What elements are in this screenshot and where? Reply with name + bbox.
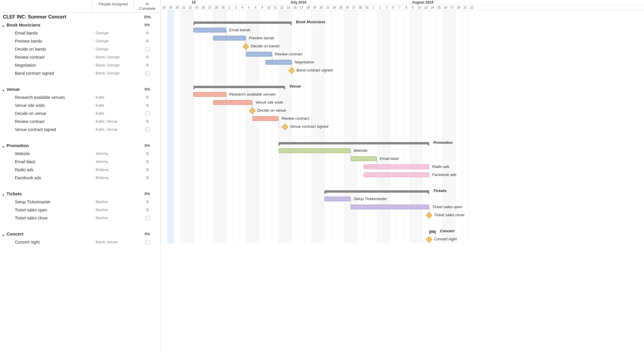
caret-down-icon[interactable]: ▼ xyxy=(2,194,5,196)
summary-bar[interactable] xyxy=(193,21,292,24)
group-name[interactable]: Concert xyxy=(7,231,24,236)
task-bar[interactable] xyxy=(193,28,226,32)
group-row[interactable]: ▼Book Musicians0% xyxy=(0,21,160,29)
people-cell[interactable]: Katie xyxy=(92,103,134,108)
task-row[interactable]: Concert nightBand, Venue xyxy=(0,238,160,246)
task-name[interactable]: Website xyxy=(0,151,92,156)
group-name[interactable]: Book Musicians xyxy=(7,22,40,27)
task-row[interactable]: Email blastJeremy0 xyxy=(0,158,160,166)
group-name[interactable]: Promotion xyxy=(7,143,29,148)
group-name[interactable]: Venue xyxy=(7,87,20,92)
people-cell[interactable]: Band, Venue xyxy=(92,240,134,244)
task-complete[interactable]: 0 xyxy=(134,208,160,212)
task-name[interactable]: Concert night xyxy=(0,240,92,244)
task-name[interactable]: Negotiation xyxy=(0,63,92,68)
task-complete[interactable]: 0 xyxy=(134,200,160,204)
task-row[interactable]: Review contractKatie, Venue0 xyxy=(0,117,160,125)
people-cell[interactable]: George xyxy=(92,39,134,43)
col-header-complete[interactable]: % Complete xyxy=(134,0,160,13)
complete-checkbox[interactable] xyxy=(145,216,150,220)
people-cell[interactable]: Brittany xyxy=(92,175,134,180)
people-cell[interactable]: Martha xyxy=(92,216,134,220)
task-row[interactable]: Setup TicketmasterMartha0 xyxy=(0,198,160,206)
people-cell[interactable]: Katie, Venue xyxy=(92,119,134,124)
task-row[interactable]: Venue site visitsKatie0 xyxy=(0,101,160,109)
task-row[interactable]: Decide on venueKatie xyxy=(0,109,160,117)
task-name[interactable]: Ticket sales close xyxy=(0,216,92,220)
people-cell[interactable]: Katie xyxy=(92,95,134,99)
task-bar[interactable] xyxy=(351,156,377,161)
caret-down-icon[interactable]: ▼ xyxy=(2,25,5,27)
milestone-icon[interactable] xyxy=(282,124,289,130)
task-name[interactable]: Facebook ads xyxy=(0,175,92,180)
task-complete[interactable]: 0 xyxy=(134,63,160,67)
task-name[interactable]: Ticket sales open xyxy=(0,208,92,212)
task-bar[interactable] xyxy=(279,148,351,153)
task-bar[interactable] xyxy=(252,116,279,121)
task-bar[interactable] xyxy=(351,205,429,209)
task-row[interactable]: Review contractBand, George0 xyxy=(0,53,160,61)
people-cell[interactable]: Band, George xyxy=(92,63,134,67)
people-cell[interactable]: Brittany xyxy=(92,167,134,172)
summary-bar[interactable] xyxy=(429,230,436,233)
task-complete[interactable]: 0 xyxy=(134,103,160,108)
task-row[interactable]: Preview bandsGeorge0 xyxy=(0,37,160,45)
complete-checkbox[interactable] xyxy=(145,71,150,76)
task-row[interactable]: Band contract signedBand, George xyxy=(0,69,160,77)
task-name[interactable]: Venue site visits xyxy=(0,103,92,108)
task-name[interactable]: Decide on bands xyxy=(0,47,92,52)
task-complete[interactable]: 0 xyxy=(134,31,160,35)
task-row[interactable]: NegotiationBand, George0 xyxy=(0,61,160,69)
task-row[interactable]: Decide on bandsGeorge xyxy=(0,45,160,53)
group-row[interactable]: ▼Venue0% xyxy=(0,85,160,93)
task-complete[interactable]: 0 xyxy=(134,151,160,156)
timeline-panel[interactable]: 18July 2018August 2018 18192021222526272… xyxy=(161,0,644,352)
complete-checkbox[interactable] xyxy=(145,127,150,132)
caret-down-icon[interactable]: ▼ xyxy=(2,89,5,92)
task-complete[interactable]: 0 xyxy=(134,159,160,164)
task-row[interactable]: Email bandsGeorge0 xyxy=(0,29,160,37)
group-row[interactable]: ▼Promotion0% xyxy=(0,141,160,149)
task-name[interactable]: Research available venues xyxy=(0,95,92,100)
complete-checkbox[interactable] xyxy=(145,240,150,244)
project-title[interactable]: CLEF INC: Summer Concert xyxy=(0,14,92,20)
summary-bar[interactable] xyxy=(193,86,285,88)
task-row[interactable]: Facebook adsBrittany0 xyxy=(0,174,160,182)
people-cell[interactable]: Jeremy xyxy=(92,159,134,164)
task-complete[interactable]: 0 xyxy=(134,167,160,172)
people-cell[interactable]: Band, George xyxy=(92,71,134,75)
group-row[interactable]: ▼Concert0% xyxy=(0,230,160,238)
summary-bar[interactable] xyxy=(279,142,429,144)
people-cell[interactable]: George xyxy=(92,31,134,35)
task-complete[interactable]: 0 xyxy=(134,39,160,43)
task-complete[interactable]: 0 xyxy=(134,119,160,124)
complete-checkbox[interactable] xyxy=(145,47,150,52)
people-cell[interactable]: Band, George xyxy=(92,55,134,59)
caret-down-icon[interactable]: ▼ xyxy=(2,145,5,148)
people-cell[interactable]: Katie, Venue xyxy=(92,127,134,132)
task-name[interactable]: Band contract signed xyxy=(0,71,92,76)
col-header-people[interactable]: People Assigned xyxy=(92,0,134,13)
task-bar[interactable] xyxy=(364,172,429,177)
group-name[interactable]: Tickets xyxy=(7,191,22,196)
task-complete[interactable]: 0 xyxy=(134,175,160,180)
task-row[interactable]: Venue contract signedKatie, Venue xyxy=(0,125,160,133)
complete-checkbox[interactable] xyxy=(145,111,150,116)
people-cell[interactable]: George xyxy=(92,47,134,51)
caret-down-icon[interactable]: ▼ xyxy=(2,234,5,236)
task-name[interactable]: Review contract xyxy=(0,55,92,60)
task-row[interactable]: Research available venuesKatie0 xyxy=(0,93,160,101)
task-row[interactable]: WebsiteJeremy0 xyxy=(0,149,160,158)
task-name[interactable]: Preview bands xyxy=(0,39,92,43)
task-name[interactable]: Email blast xyxy=(0,159,92,164)
task-name[interactable]: Radio ads xyxy=(0,167,92,172)
people-cell[interactable]: Katie xyxy=(92,111,134,116)
task-complete[interactable]: 0 xyxy=(134,55,160,59)
task-name[interactable]: Decide on venue xyxy=(0,111,92,116)
project-row[interactable]: CLEF INC: Summer Concert0% xyxy=(0,13,160,21)
group-row[interactable]: ▼Tickets0% xyxy=(0,190,160,198)
task-name[interactable]: Setup Ticketmaster xyxy=(0,200,92,204)
task-complete[interactable]: 0 xyxy=(134,95,160,99)
milestone-icon[interactable] xyxy=(426,236,433,243)
people-cell[interactable]: Jeremy xyxy=(92,151,134,156)
